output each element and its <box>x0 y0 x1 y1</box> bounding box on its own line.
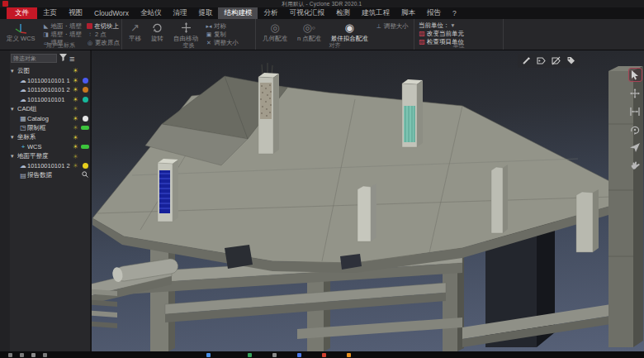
taskbar-icon[interactable] <box>322 353 326 357</box>
tree-menu-icon[interactable]: ≡ <box>69 55 74 63</box>
menu-tab[interactable]: 建筑工程 <box>356 7 395 19</box>
visibility-icon[interactable]: ☀ <box>73 153 78 160</box>
tree-group-cad[interactable]: ▾ CAD组 ☀ <box>11 104 90 114</box>
best-fit-registration-icon: ◉ <box>345 21 354 34</box>
rotate-button[interactable]: 旋转 <box>149 21 166 44</box>
color-dot[interactable] <box>83 97 88 103</box>
free-move-button[interactable]: 自由移动 <box>171 21 201 44</box>
filter-objects-input[interactable] <box>11 54 57 63</box>
tree-item-flatness-cloud[interactable]: ☁ 10110010101 2 ☀ <box>11 161 90 171</box>
menu-tab[interactable]: 报告 <box>421 7 447 19</box>
pan-hand-icon[interactable] <box>629 160 642 172</box>
tree-item-clipbox[interactable]: ◳ 限制框 ☀ <box>11 123 90 133</box>
tree-item-catalog[interactable]: ▦ Catalog ☀ <box>11 114 90 124</box>
menu-tab[interactable]: 脚本 <box>395 7 421 19</box>
tree-item-report-data[interactable]: ▤ 报告数据 <box>11 171 90 181</box>
visibility-icon[interactable]: ☀ <box>73 77 78 84</box>
two-points-button[interactable]: ∶2 点 <box>87 31 120 38</box>
menu-tab-help[interactable]: ? <box>447 7 462 19</box>
menu-tab-active[interactable]: 结构建模 <box>218 7 258 19</box>
color-dot[interactable] <box>83 78 88 84</box>
tab-file[interactable]: 文件 <box>7 7 37 19</box>
menu-tab[interactable]: 主页 <box>37 7 63 19</box>
object-tree: ▾ 云图 ☀ ☁ 10110010101 1 ☀ ☁ 10110010101 2… <box>11 66 90 180</box>
tree-group-coordsys[interactable]: ▾ 坐标系 ☀ <box>11 133 90 143</box>
tree-group-label: 云图 <box>17 67 90 75</box>
fly-icon[interactable] <box>629 141 642 154</box>
magnifier-icon[interactable] <box>82 171 88 179</box>
color-dot[interactable] <box>83 116 88 122</box>
panel-gutter <box>0 50 10 351</box>
translate-button[interactable]: ↗ 平移 <box>126 21 144 44</box>
taskbar-icon[interactable] <box>248 353 252 357</box>
view-nav-toolbar <box>627 69 642 172</box>
select-cursor-icon[interactable] <box>629 69 642 81</box>
best-fit-registration-button[interactable]: ◉ 最佳拟合配准 <box>329 21 371 44</box>
visibility-icon[interactable]: ☀ <box>73 67 78 74</box>
taskbar-icon[interactable] <box>272 353 277 357</box>
taskbar-icon[interactable] <box>20 353 24 357</box>
taskbar-icon[interactable] <box>206 353 211 357</box>
n-point-registration-button[interactable]: ◎◦ n 点配准 <box>295 21 324 44</box>
on-slice-button[interactable]: 在切块上 <box>87 22 120 30</box>
cloud-icon: ☁ <box>19 86 27 93</box>
pen-icon[interactable] <box>521 55 532 66</box>
menu-tab[interactable]: CloudWorx <box>88 7 135 19</box>
tag-icon[interactable] <box>566 55 576 66</box>
tree-item-cloud-2[interactable]: ☁ 10110010101 2 ☀ <box>11 85 90 95</box>
taskbar <box>0 351 644 358</box>
tree-item-wcs[interactable]: + WCS ☀ <box>11 142 90 152</box>
visibility-icon[interactable]: ☀ <box>73 105 78 112</box>
color-pill[interactable] <box>81 145 89 149</box>
visibility-icon[interactable]: ☀ <box>73 124 78 131</box>
twisty-icon[interactable]: ▾ <box>11 68 17 74</box>
define-wcs-button[interactable]: 定义 WCS <box>4 21 38 44</box>
menu-tab[interactable]: 提取 <box>192 7 218 19</box>
change-unit-button[interactable]: ▨改变当前单元 <box>419 30 464 37</box>
3d-viewport[interactable] <box>92 50 644 351</box>
menu-tab[interactable]: 可视化汇报 <box>283 7 330 19</box>
mirror-button[interactable]: ▸◂对称 <box>206 22 239 30</box>
group-label-transform: 变换 <box>122 41 255 50</box>
geometric-registration-button[interactable]: ◎ 几何配准 <box>260 21 290 44</box>
wall-wall-button[interactable]: ◨墙壁・墙壁 <box>43 31 83 38</box>
tree-item-cloud-3[interactable]: ☁ 10110010101 ☀ <box>11 95 90 105</box>
menu-tab[interactable]: 检测 <box>330 7 356 19</box>
visibility-icon[interactable]: ☀ <box>73 143 78 150</box>
orbit-icon[interactable] <box>629 123 642 136</box>
taskbar-icon[interactable] <box>8 353 12 357</box>
label-icon[interactable] <box>536 55 547 66</box>
scale-adjust-button[interactable]: ⊥调整大小 <box>376 22 409 30</box>
menu-tab[interactable]: 全站仪 <box>135 7 168 19</box>
taskbar-icon[interactable] <box>43 353 47 357</box>
visibility-icon[interactable]: ☀ <box>73 162 78 169</box>
visibility-icon[interactable]: ☀ <box>73 96 78 103</box>
tree-group-clouds[interactable]: ▾ 云图 ☀ <box>11 66 90 76</box>
twisty-icon[interactable]: ▾ <box>11 106 17 112</box>
rotate-icon <box>152 21 163 34</box>
fit-width-icon[interactable] <box>629 105 642 117</box>
filter-funnel-icon[interactable] <box>59 54 67 63</box>
menu-tab[interactable]: 清理 <box>167 7 192 19</box>
menu-tab[interactable]: 视图 <box>63 7 88 19</box>
visibility-icon[interactable]: ☀ <box>73 134 78 141</box>
visibility-icon[interactable]: ☀ <box>73 115 78 122</box>
ground-wall-button[interactable]: ◣地面・墙壁 <box>43 22 83 30</box>
color-pill[interactable] <box>81 126 89 130</box>
twisty-icon[interactable]: ▾ <box>11 134 17 141</box>
label-strike-icon[interactable] <box>551 55 561 66</box>
menu-tab[interactable]: 分析 <box>258 7 283 19</box>
visibility-icon[interactable]: ☀ <box>73 86 78 93</box>
duplicate-button[interactable]: ▣复制 <box>206 31 239 38</box>
twisty-icon[interactable]: ▾ <box>11 153 17 160</box>
tree-group-flatness[interactable]: ▾ 地面平整度 ☀ <box>11 152 90 162</box>
taskbar-icon[interactable] <box>347 353 351 357</box>
taskbar-icon[interactable] <box>297 353 301 357</box>
taskbar-icon[interactable] <box>31 353 36 357</box>
move-icon[interactable] <box>629 87 642 99</box>
tree-item-cloud-1[interactable]: ☁ 10110010101 1 ☀ <box>11 76 90 86</box>
ribbon-group-ucs: 定义 WCS ◣地面・墙壁 ◨墙壁・墙壁 ▱墙壁 在切块上 ∶2 点 ◎更改原点… <box>0 19 122 50</box>
model-column-dotted-scan <box>258 63 279 154</box>
align-options-column: ⊥调整大小 <box>376 21 409 30</box>
current-unit-dropdown[interactable]: 当前单位：▾ <box>419 21 464 29</box>
